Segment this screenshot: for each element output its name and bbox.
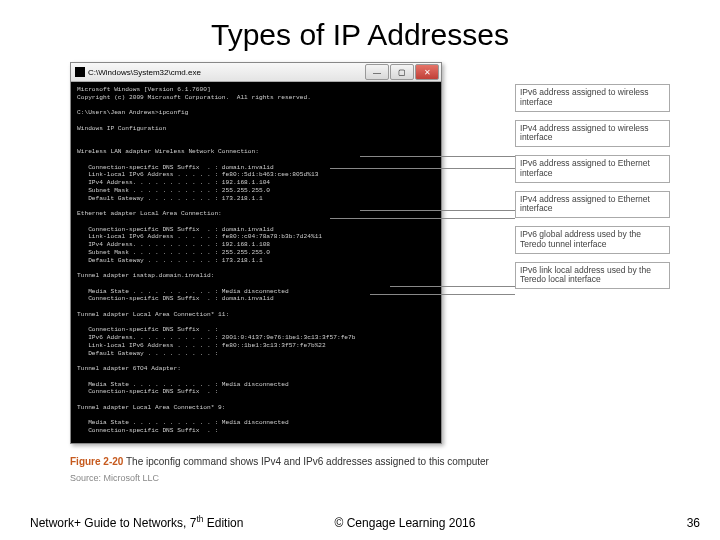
figure-source: Source: Microsoft LLC: [70, 473, 670, 483]
window-titlebar: C:\Windows\System32\cmd.exe — ▢ ✕: [71, 63, 441, 82]
label-ipv6-teredo-global: IPv6 global address used by the Teredo t…: [515, 226, 670, 254]
callout-labels: IPv6 address assigned to wireless interf…: [515, 84, 670, 297]
label-ipv4-ethernet: IPv4 address assigned to Ethernet interf…: [515, 191, 670, 219]
minimize-button[interactable]: —: [365, 64, 389, 80]
cmd-icon: [75, 67, 85, 77]
figure-number: Figure 2-20: [70, 456, 123, 467]
label-ipv6-ethernet: IPv6 address assigned to Ethernet interf…: [515, 155, 670, 183]
leader-line: [330, 218, 515, 219]
titlebar-left: C:\Windows\System32\cmd.exe: [75, 67, 201, 77]
label-ipv6-wireless: IPv6 address assigned to wireless interf…: [515, 84, 670, 112]
close-button[interactable]: ✕: [415, 64, 439, 80]
leader-line: [360, 210, 515, 211]
cmd-output: Microsoft Windows [Version 6.1.7600] Cop…: [71, 82, 441, 443]
leader-line: [370, 294, 515, 295]
copyright: © Cengage Learning 2016: [90, 516, 720, 530]
slide-title: Types of IP Addresses: [0, 18, 720, 52]
titlebar-path: C:\Windows\System32\cmd.exe: [88, 68, 201, 77]
leader-line: [360, 156, 515, 157]
label-ipv4-wireless: IPv4 address assigned to wireless interf…: [515, 120, 670, 148]
leader-line: [330, 168, 515, 169]
figure-area: C:\Windows\System32\cmd.exe — ▢ ✕ Micros…: [70, 62, 670, 483]
figure-caption-text: The ipconfig command shows IPv4 and IPv6…: [126, 456, 489, 467]
label-ipv6-teredo-local: IPv6 link local address used by the Tere…: [515, 262, 670, 290]
figure-caption: Figure 2-20 The ipconfig command shows I…: [70, 456, 670, 467]
maximize-button[interactable]: ▢: [390, 64, 414, 80]
leader-line: [390, 286, 515, 287]
window-controls: — ▢ ✕: [364, 64, 439, 80]
page-number: 36: [687, 516, 700, 530]
cmd-window: C:\Windows\System32\cmd.exe — ▢ ✕ Micros…: [70, 62, 442, 444]
